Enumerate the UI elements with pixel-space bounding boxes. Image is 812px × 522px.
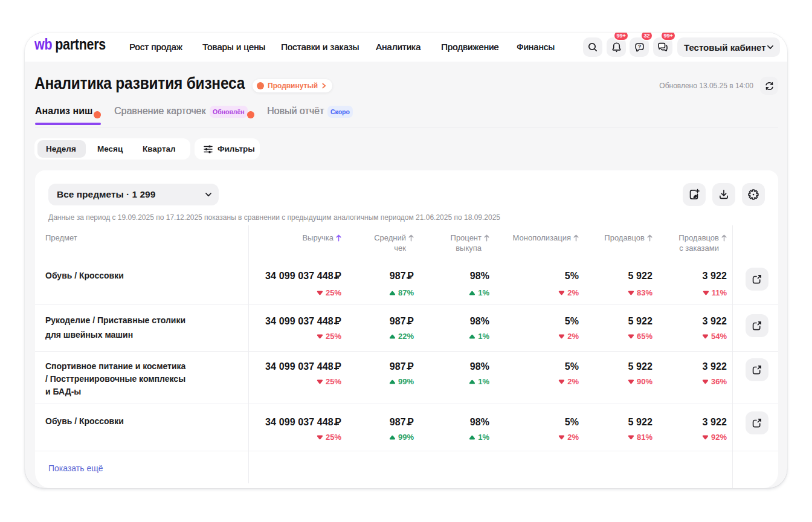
- svg-text:?: ?: [637, 44, 640, 50]
